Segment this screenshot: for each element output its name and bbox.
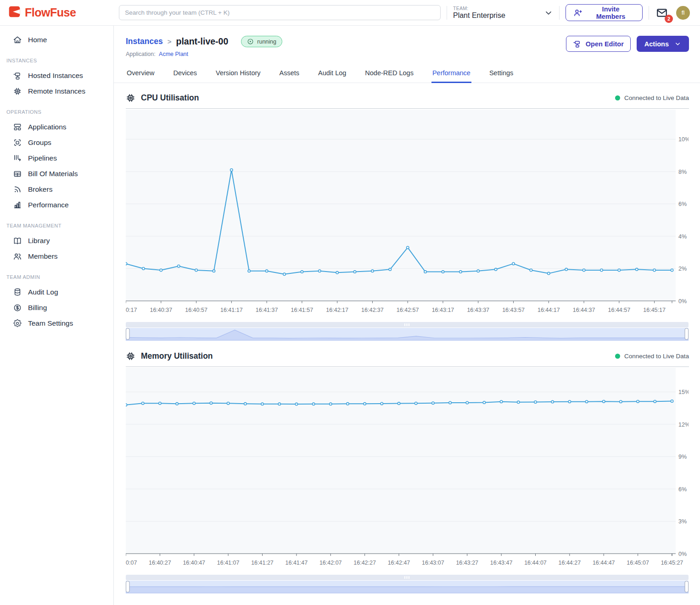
svg-text:16:41:27: 16:41:27	[251, 560, 274, 566]
svg-text:16:43:47: 16:43:47	[490, 560, 513, 566]
sidebar-item-audit-log[interactable]: Audit Log	[0, 284, 113, 300]
sidebar-item-hosted-instances[interactable]: Hosted Instances	[0, 68, 113, 83]
svg-text:15%: 15%	[678, 389, 689, 395]
play-circle-icon	[247, 38, 254, 45]
sidebar-item-groups[interactable]: Groups	[0, 135, 113, 150]
sidebar-item-remote-instances[interactable]: Remote Instances	[0, 83, 113, 99]
svg-text:16:44:17: 16:44:17	[538, 307, 560, 313]
svg-text:16:42:17: 16:42:17	[326, 307, 348, 313]
actions-button[interactable]: Actions	[637, 36, 689, 52]
page-title: plant-live-00	[176, 36, 229, 47]
status-badge: running	[241, 36, 282, 47]
section-title-memory: Memory Utilisation	[141, 351, 213, 361]
sidebar-item-performance[interactable]: Performance	[0, 197, 113, 213]
svg-text:16:40:27: 16:40:27	[149, 560, 171, 566]
chip-icon	[13, 87, 22, 96]
svg-text:16:45:17: 16:45:17	[643, 307, 666, 313]
sidebar-item-label: Performance	[28, 201, 69, 209]
divider	[447, 6, 447, 20]
svg-text:0%: 0%	[678, 298, 687, 305]
tab-overview[interactable]: Overview	[126, 65, 155, 83]
breadcrumb-instances-link[interactable]: Instances	[126, 37, 163, 46]
sidebar-item-label: Pipelines	[28, 154, 57, 162]
live-status-dot-icon	[615, 354, 620, 359]
sidebar-section-team-admin: TEAM ADMIN	[0, 264, 113, 284]
users-icon	[13, 252, 22, 261]
sidebar-section-operations: OPERATIONS	[0, 99, 113, 119]
sidebar-item-brokers[interactable]: Brokers	[0, 182, 113, 197]
svg-text:16:45:07: 16:45:07	[627, 560, 649, 566]
top-header: FlowFuse TEAM: Plant Enterprise Invite M…	[0, 0, 700, 26]
notifications-button[interactable]: 2	[655, 6, 669, 20]
svg-text:16:41:47: 16:41:47	[286, 560, 308, 566]
tab-node-red-logs[interactable]: Node-RED Logs	[364, 65, 414, 83]
svg-text:0%: 0%	[678, 551, 687, 557]
cpu-chip-icon	[126, 93, 135, 103]
sidebar-item-members[interactable]: Members	[0, 249, 113, 264]
tab-settings[interactable]: Settings	[488, 65, 514, 83]
tab-audit-log[interactable]: Audit Log	[317, 65, 347, 83]
sidebar-item-label: Audit Log	[28, 288, 58, 296]
tab-performance[interactable]: Performance	[431, 65, 471, 83]
svg-text:3%: 3%	[678, 518, 687, 525]
team-name: Plant Enterprise	[453, 11, 505, 20]
sidebar-item-pipelines[interactable]: Pipelines	[0, 150, 113, 166]
notification-count-badge: 2	[665, 15, 673, 23]
svg-text:16:42:27: 16:42:27	[353, 560, 376, 566]
application-link[interactable]: Acme Plant	[159, 51, 188, 57]
main-content: Instances > plant-live-00 running Applic…	[114, 26, 700, 605]
sidebar-item-applications[interactable]: Applications	[0, 119, 113, 135]
cpu-utilisation-section: CPU Utilisation Connected to Live Data 0…	[114, 85, 700, 341]
tab-version-history[interactable]: Version History	[215, 65, 262, 83]
svg-text:16:43:17: 16:43:17	[432, 307, 454, 313]
svg-text:0:17: 0:17	[126, 307, 137, 313]
svg-text:16:42:37: 16:42:37	[361, 307, 384, 313]
avatar[interactable]: fl	[676, 6, 690, 20]
sidebar-item-team-settings[interactable]: Team Settings	[0, 316, 113, 331]
sidebar-item-label: Home	[28, 36, 47, 44]
memory-chip-icon	[126, 351, 135, 361]
live-data-status: Connected to Live Data	[615, 353, 689, 360]
sidebar-section-instances: INSTANCES	[0, 48, 113, 68]
pipelines-icon	[13, 154, 22, 163]
chevron-down-icon	[544, 8, 553, 17]
sidebar-item-label: Bill Of Materials	[28, 170, 78, 178]
sidebar-item-home[interactable]: Home	[0, 32, 113, 48]
svg-text:16:44:57: 16:44:57	[608, 307, 631, 313]
svg-text:16:44:37: 16:44:37	[573, 307, 595, 313]
team-label: TEAM:	[453, 6, 505, 11]
gear-icon	[13, 319, 22, 328]
tab-assets[interactable]: Assets	[279, 65, 301, 83]
cpu-chart-range-slider[interactable]	[126, 322, 689, 341]
invite-members-button[interactable]: Invite Members	[566, 4, 643, 21]
svg-text:16:43:27: 16:43:27	[456, 560, 478, 566]
bar-chart-icon	[13, 200, 22, 210]
team-selector[interactable]: TEAM: Plant Enterprise	[453, 6, 553, 20]
flowfuse-logo[interactable]: FlowFuse	[0, 6, 113, 20]
sidebar-item-label: Members	[28, 252, 58, 261]
status-badge-label: running	[257, 39, 276, 45]
divider	[649, 6, 649, 20]
sidebar-item-billing[interactable]: Billing	[0, 300, 113, 316]
svg-text:2%: 2%	[678, 266, 687, 272]
sidebar: Home INSTANCES Hosted Instances Remote I…	[0, 26, 114, 605]
invite-members-label: Invite Members	[587, 6, 635, 20]
svg-text:16:43:57: 16:43:57	[502, 307, 525, 313]
memory-chart-range-slider[interactable]	[126, 575, 689, 594]
tab-devices[interactable]: Devices	[172, 65, 198, 83]
svg-text:16:42:47: 16:42:47	[388, 560, 410, 566]
sidebar-item-bill-of-materials[interactable]: Bill Of Materials	[0, 166, 113, 182]
memory-utilisation-chart: 0%3%6%9%12%15%0:0716:40:2716:40:4716:41:…	[126, 368, 689, 567]
svg-text:16:42:57: 16:42:57	[397, 307, 419, 313]
open-editor-button[interactable]: Open Editor	[566, 36, 631, 52]
avatar-initials: fl	[682, 9, 685, 16]
book-icon	[13, 236, 22, 245]
sidebar-item-library[interactable]: Library	[0, 233, 113, 249]
svg-text:12%: 12%	[678, 422, 689, 428]
svg-text:16:44:47: 16:44:47	[593, 560, 615, 566]
svg-text:10%: 10%	[678, 136, 689, 143]
search-input[interactable]	[119, 5, 441, 20]
svg-text:9%: 9%	[678, 454, 687, 460]
brand-name: FlowFuse	[25, 6, 76, 19]
svg-text:4%: 4%	[678, 233, 687, 240]
